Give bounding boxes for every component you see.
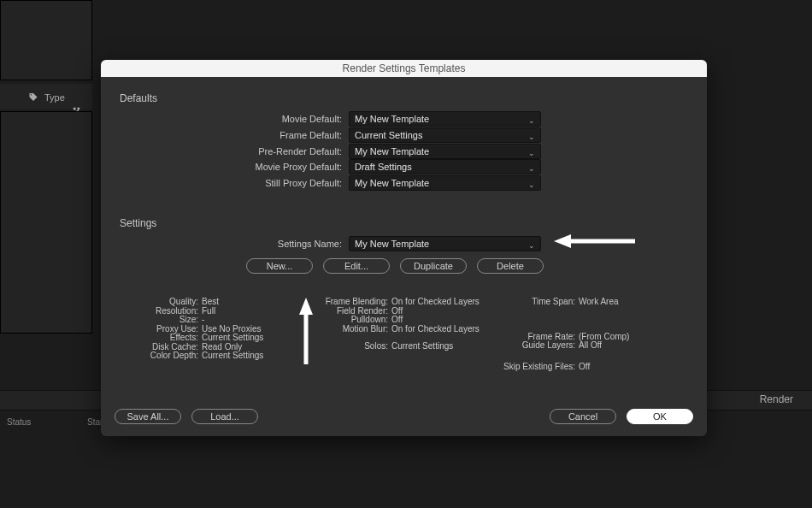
save-all-button[interactable]: Save All... <box>115 409 181 424</box>
settings-name-select[interactable]: My New Template⌄ <box>349 236 541 251</box>
frame-default-select[interactable]: Current Settings⌄ <box>349 127 541 143</box>
chevron-down-icon: ⌄ <box>528 178 535 192</box>
bg-panel <box>0 0 92 80</box>
new-button[interactable]: New... <box>246 258 313 274</box>
load-button[interactable]: Load... <box>191 409 258 424</box>
chevron-down-icon: ⌄ <box>528 239 535 252</box>
info-left-col: Quality:Best Resolution:Full Size:- Prox… <box>120 298 291 361</box>
info-right-col: Time Span:Work Area Frame Rate:(From Com… <box>490 298 686 371</box>
frame-default-row: Frame Default: Current Settings⌄ <box>202 127 541 143</box>
duplicate-button[interactable]: Duplicate <box>400 258 467 274</box>
dialog-title: Render Settings Templates <box>101 60 707 77</box>
still-proxy-default-select[interactable]: My New Template⌄ <box>349 175 541 191</box>
movie-default-select[interactable]: My New Template⌄ <box>349 111 541 127</box>
prerender-default-select[interactable]: My New Template⌄ <box>349 144 541 159</box>
chevron-down-icon: ⌄ <box>528 130 535 144</box>
still-proxy-default-row: Still Proxy Default: My New Template⌄ <box>202 175 541 191</box>
bottom-right-buttons: Cancel OK <box>550 409 693 424</box>
prerender-default-row: Pre-Render Default: My New Template⌄ <box>202 144 541 159</box>
prerender-default-label: Pre-Render Default: <box>202 146 342 157</box>
settings-name-row: Settings Name: My New Template⌄ <box>202 236 541 251</box>
bg-panel-mid <box>0 111 92 334</box>
cancel-button[interactable]: Cancel <box>550 409 616 424</box>
tag-icon <box>28 92 38 104</box>
status-label: Status <box>7 417 31 427</box>
movie-proxy-default-label: Movie Proxy Default: <box>202 162 342 172</box>
annotation-arrow-icon <box>554 231 639 251</box>
annotation-arrow-icon <box>296 298 316 366</box>
movie-default-label: Movie Default: <box>202 114 342 124</box>
settings-name-label: Settings Name: <box>202 239 342 249</box>
settings-section-label: Settings <box>120 217 156 229</box>
chevron-down-icon: ⌄ <box>528 162 535 175</box>
bottom-left-buttons: Save All... Load... <box>115 409 258 424</box>
svg-marker-3 <box>299 298 313 315</box>
ok-button[interactable]: OK <box>627 409 693 424</box>
movie-default-row: Movie Default: My New Template⌄ <box>202 111 541 127</box>
still-proxy-default-label: Still Proxy Default: <box>202 178 342 188</box>
delete-button[interactable]: Delete <box>477 258 544 274</box>
movie-proxy-default-select[interactable]: Draft Settings⌄ <box>349 159 541 174</box>
svg-marker-1 <box>554 234 571 248</box>
chevron-down-icon: ⌄ <box>528 146 535 160</box>
render-button[interactable]: Render <box>760 393 793 405</box>
defaults-section-label: Defaults <box>120 92 157 104</box>
frame-default-label: Frame Default: <box>202 130 342 140</box>
info-mid-col: Frame Blending:On for Checked Layers Fie… <box>306 298 494 351</box>
template-buttons-row: New... Edit... Duplicate Delete <box>246 258 544 274</box>
movie-proxy-default-row: Movie Proxy Default: Draft Settings⌄ <box>202 159 541 174</box>
edit-button[interactable]: Edit... <box>323 258 390 274</box>
type-column-header: Type <box>44 92 65 103</box>
chevron-down-icon: ⌄ <box>528 114 535 127</box>
